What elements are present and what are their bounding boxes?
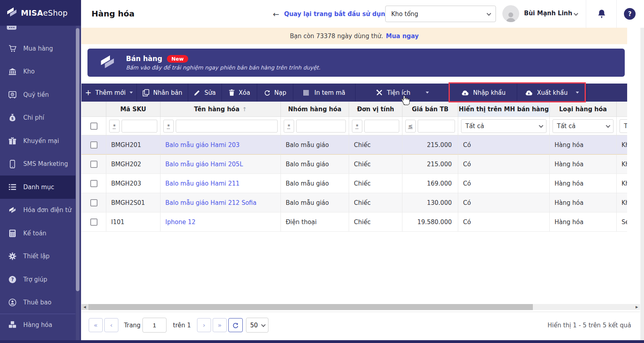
app-logo[interactable]: MISAeShop xyxy=(0,0,81,26)
filter-input-name[interactable] xyxy=(176,120,278,133)
sidebar-item-sms-marketing[interactable]: SMS Marketing xyxy=(0,153,75,176)
row-checkbox[interactable] xyxy=(90,161,98,168)
duplicate-button[interactable]: Nhân bản xyxy=(137,84,188,102)
reload-button[interactable]: Nạp xyxy=(257,84,293,102)
table-row[interactable]: BMGH203 Balo mẫu giáo Hami 211 Balo mẫu … xyxy=(81,174,627,193)
row-checkbox[interactable] xyxy=(90,180,98,187)
column-header-price[interactable]: Giá bán TB xyxy=(402,102,458,117)
edit-button[interactable]: Sửa xyxy=(188,84,222,102)
avatar[interactable] xyxy=(502,5,519,22)
promo-banner[interactable]: Bán hàng New Bấm vào đây để trải nghiệm … xyxy=(87,49,625,77)
horizontal-scrollbar-thumb[interactable] xyxy=(88,304,533,310)
results-summary: Hiển thị 1 - 5 trên 5 kết quả xyxy=(548,322,631,329)
sidebar-item-chi-phi[interactable]: $ Chi phí xyxy=(0,106,75,130)
page-number-input[interactable] xyxy=(142,318,167,333)
sidebar-scrollbar-thumb[interactable] xyxy=(76,28,79,291)
filter-input-unit[interactable] xyxy=(364,120,399,133)
prev-page-button[interactable]: ‹ xyxy=(104,318,118,332)
cell-price: 169.000 xyxy=(402,174,458,193)
logo-eshop: eShop xyxy=(43,8,68,17)
row-checkbox[interactable] xyxy=(90,141,98,149)
sidebar-item-thiet-lap[interactable]: Thiết lập xyxy=(0,245,75,268)
add-new-button[interactable]: + Thêm mới xyxy=(81,84,137,102)
refresh-page-button[interactable] xyxy=(228,318,243,332)
scroll-right-arrow[interactable]: ▶ xyxy=(634,304,640,310)
filter-op-price[interactable]: ≤ xyxy=(405,120,416,133)
column-header-type[interactable]: Loại hàng hóa xyxy=(550,102,617,117)
app-window: Mua hàng Kho Quỹ tiền $ Chi phí Khuyến m… xyxy=(0,0,644,343)
product-link[interactable]: Iphone 12 xyxy=(160,212,281,232)
filter-op-unit[interactable]: * xyxy=(352,120,362,133)
delete-button[interactable]: Xóa xyxy=(222,84,257,102)
header-divider xyxy=(586,0,586,28)
product-link[interactable]: Balo mẫu giáo Hami 212 Sofia xyxy=(160,193,281,212)
select-all-checkbox[interactable] xyxy=(90,122,98,130)
print-label-button[interactable]: In tem mã xyxy=(293,84,356,102)
user-chevron-icon[interactable] xyxy=(574,11,578,16)
notification-bell-button[interactable] xyxy=(595,8,608,20)
column-header-sku[interactable]: Mã SKU xyxy=(106,102,160,117)
filter-select-type[interactable]: Tất cả xyxy=(553,119,614,133)
cubes-icon xyxy=(8,321,17,329)
filter-input-sku[interactable] xyxy=(122,120,157,133)
sidebar-item-hang-hoa[interactable]: Hàng hóa xyxy=(0,314,75,335)
column-header-show-on-pos[interactable]: Hiển thị trên MH bán hàng xyxy=(458,102,550,117)
sidebar-item-mua-hang[interactable]: Mua hàng xyxy=(0,37,75,60)
cell-extra: Se xyxy=(617,212,627,232)
sidebar-item-tro-giup[interactable]: ? Trợ giúp xyxy=(0,268,75,291)
row-checkbox[interactable] xyxy=(90,199,98,206)
scroll-left-arrow[interactable]: ◀ xyxy=(81,304,88,310)
filter-input-group[interactable] xyxy=(296,120,346,133)
column-header-extra[interactable] xyxy=(617,102,627,117)
sidebar-item-label: Mua hàng xyxy=(23,45,53,52)
table-row[interactable]: BMGH201 Balo mẫu giáo Hami 203 Balo mẫu … xyxy=(81,135,627,155)
filter-input-price[interactable] xyxy=(418,120,455,133)
sidebar-item-thue-bao[interactable]: Thuê bao xyxy=(0,291,75,314)
cell-unit: Chiếc xyxy=(349,135,402,155)
sidebar-item-ke-toan[interactable]: Kế toán xyxy=(0,222,75,245)
first-page-button[interactable]: « xyxy=(89,318,103,332)
page-size-select[interactable]: 50 xyxy=(246,318,268,333)
duplicate-label: Nhân bản xyxy=(153,89,182,96)
import-button[interactable]: Nhập khẩu xyxy=(450,84,517,102)
filter-op-name[interactable]: * xyxy=(163,120,174,133)
product-link[interactable]: Balo mẫu giáo Hami 205L xyxy=(160,155,281,174)
safe-icon xyxy=(8,90,17,99)
table-row[interactable]: BMGH202 Balo mẫu giáo Hami 205L Balo mẫu… xyxy=(81,155,627,174)
print-label-label: In tem mã xyxy=(315,89,345,96)
cart-icon xyxy=(8,44,17,53)
row-checkbox[interactable] xyxy=(90,218,98,226)
help-button[interactable]: ? xyxy=(624,8,636,20)
utilities-label: Tiện ích xyxy=(387,89,410,96)
product-link[interactable]: Balo mẫu giáo Hami 211 xyxy=(160,174,281,193)
page-scrollbar-gutter[interactable] xyxy=(640,28,644,340)
sidebar-item-kho[interactable]: Kho xyxy=(0,60,75,84)
next-page-button[interactable]: › xyxy=(197,318,211,332)
filter-select-show-on-pos[interactable]: Tất cả xyxy=(461,119,546,133)
buy-now-link[interactable]: Mua ngay xyxy=(386,33,419,40)
user-menu[interactable]: Bùi Mạnh Linh xyxy=(524,10,572,17)
sidebar-item-danh-muc[interactable]: Danh mục xyxy=(0,176,75,199)
cell-sku: I101 xyxy=(106,212,160,232)
sidebar-item-hoa-don-dien-tu[interactable]: Hóa đơn điện tử xyxy=(0,199,75,222)
filter-op-group[interactable]: * xyxy=(284,120,294,133)
table-row[interactable]: BMGH2S01 Balo mẫu giáo Hami 212 Sofia Ba… xyxy=(81,193,627,212)
utilities-button[interactable]: Tiện ích xyxy=(356,84,450,102)
horizontal-scrollbar[interactable]: ◀ ▶ xyxy=(81,304,640,310)
sidebar-item-khuyen-mai[interactable]: Khuyến mại xyxy=(0,129,75,153)
cloud-upload-icon xyxy=(461,90,469,96)
column-header-group[interactable]: Nhóm hàng hóa xyxy=(281,102,349,117)
cell-extra: Kh xyxy=(617,155,627,174)
last-page-button[interactable]: » xyxy=(213,318,227,332)
filter-op-sku[interactable]: * xyxy=(109,120,120,133)
sidebar-item-quy-tien[interactable]: Quỹ tiền xyxy=(0,83,75,106)
table-row[interactable]: I101 Iphone 12 Điện thoại Chiếc 19.580.0… xyxy=(81,212,627,232)
export-button[interactable]: Xuất khẩu xyxy=(517,84,587,102)
cell-group: Điện thoại xyxy=(281,212,349,232)
column-header-name[interactable]: Tên hàng hóa↑ xyxy=(160,102,281,117)
back-link[interactable]: ← Quay lại trang bắt đầu sử dụng xyxy=(273,0,390,28)
filter-select-extra[interactable]: Tấ xyxy=(620,119,627,133)
product-link[interactable]: Balo mẫu giáo Hami 203 xyxy=(160,135,281,155)
column-header-unit[interactable]: Đơn vị tính xyxy=(349,102,402,117)
store-selector[interactable]: Kho tổng xyxy=(385,6,496,22)
